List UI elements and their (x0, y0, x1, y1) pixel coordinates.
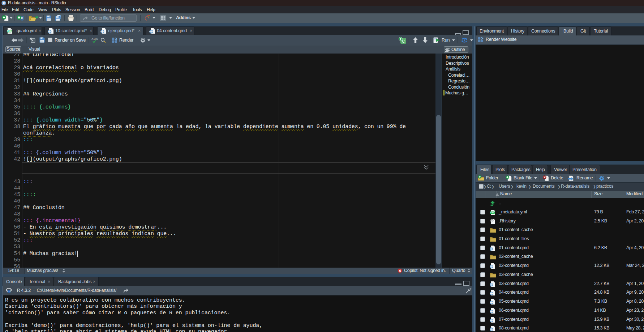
svg-text:R: R (21, 17, 23, 20)
svg-text:R: R (7, 289, 11, 294)
svg-text:C: C (402, 39, 405, 43)
svg-text:ABC: ABC (91, 37, 98, 41)
svg-text:R: R (3, 1, 5, 5)
svg-text:YML: YML (7, 30, 12, 32)
